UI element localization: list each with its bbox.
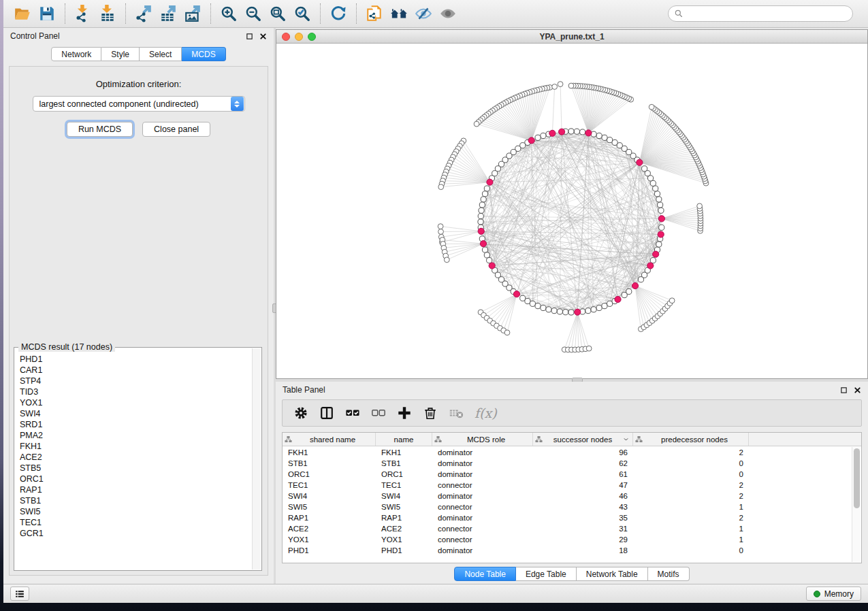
graph-node[interactable] (641, 166, 647, 171)
mcds-node[interactable] (480, 241, 486, 247)
graph-leaf-node[interactable] (474, 121, 479, 127)
graph-node[interactable] (568, 310, 574, 315)
graph-leaf-node[interactable] (438, 229, 444, 235)
graph-leaf-node[interactable] (669, 298, 675, 303)
graph-node[interactable] (478, 219, 483, 225)
graph-leaf-node[interactable] (438, 184, 444, 190)
mcds-node[interactable] (513, 291, 519, 297)
export-table-button[interactable] (156, 2, 180, 25)
mcds-result-item[interactable]: TEC1 (20, 517, 252, 528)
table-row[interactable]: TEC1TEC1connector472 (283, 480, 852, 491)
hide-selected-button[interactable] (411, 2, 436, 25)
graph-node[interactable] (541, 133, 546, 138)
mcds-result-item[interactable]: CAR1 (20, 365, 252, 376)
zoom-in-button[interactable] (216, 2, 241, 25)
float-panel-icon[interactable] (246, 33, 253, 40)
mcds-result-item[interactable]: SRD1 (20, 419, 252, 430)
graph-node[interactable] (479, 208, 484, 213)
graph-node[interactable] (650, 180, 656, 186)
tab-edge-table[interactable]: Edge Table (516, 567, 577, 581)
mcds-node[interactable] (575, 309, 581, 315)
graph-leaf-node[interactable] (444, 257, 449, 263)
import-network-button[interactable] (71, 2, 95, 25)
mcds-result-item[interactable]: PMA2 (20, 430, 252, 441)
show-all-button[interactable] (436, 2, 460, 25)
graph-node[interactable] (626, 288, 632, 294)
tab-select[interactable]: Select (140, 47, 182, 61)
select-all-button[interactable] (341, 402, 364, 424)
mcds-result-item[interactable]: YOX1 (20, 397, 252, 408)
mcds-list-scrollbar[interactable] (252, 348, 261, 569)
mcds-node[interactable] (558, 129, 564, 135)
graph-leaf-node[interactable] (697, 203, 703, 209)
graph-node[interactable] (541, 305, 546, 310)
graph-node[interactable] (658, 202, 663, 208)
table-row[interactable]: ACE2ACE2connector311 (283, 523, 852, 534)
graph-node[interactable] (653, 186, 658, 191)
window-zoom-button[interactable] (308, 33, 316, 41)
table-row[interactable]: STB1STB1dominator620 (283, 458, 852, 469)
mcds-node[interactable] (549, 130, 556, 136)
mcds-node[interactable] (487, 179, 493, 185)
graph-node[interactable] (546, 307, 551, 312)
deselect-all-button[interactable] (367, 402, 390, 424)
graph-leaf-node[interactable] (504, 330, 510, 335)
graph-leaf-node[interactable] (568, 83, 574, 88)
graph-node[interactable] (487, 258, 492, 263)
table-scrollbar-thumb[interactable] (854, 448, 860, 508)
graph-node[interactable] (535, 135, 541, 140)
graph-node[interactable] (482, 247, 487, 252)
columns-button[interactable] (315, 402, 338, 424)
zoom-selected-button[interactable] (290, 2, 315, 25)
graph-node[interactable] (591, 307, 596, 312)
graph-node[interactable] (574, 129, 579, 134)
mcds-node[interactable] (658, 231, 664, 237)
search-input[interactable] (688, 9, 847, 18)
tab-node-table[interactable]: Node Table (454, 567, 516, 581)
window-close-button[interactable] (282, 33, 290, 41)
graph-node[interactable] (585, 308, 591, 314)
mcds-node[interactable] (528, 137, 534, 144)
tab-network[interactable]: Network (51, 47, 101, 61)
mcds-node[interactable] (647, 263, 654, 269)
table-row[interactable]: YOX1YOX1connector291 (283, 534, 852, 545)
mcds-result-item[interactable]: SWI5 (20, 506, 252, 517)
table-row[interactable]: ORC1ORC1dominator610 (283, 469, 852, 480)
mcds-node[interactable] (658, 216, 664, 222)
tab-mcds[interactable]: MCDS (182, 47, 225, 61)
duplicate-network-button[interactable] (362, 2, 387, 25)
float-table-panel-icon[interactable] (840, 386, 848, 394)
graph-node[interactable] (481, 197, 486, 202)
mcds-node[interactable] (637, 159, 643, 165)
mcds-node[interactable] (632, 282, 638, 288)
graph-node[interactable] (580, 129, 585, 135)
tab-style[interactable]: Style (101, 47, 140, 61)
graph-node[interactable] (658, 208, 664, 213)
column-header-name[interactable]: name (376, 433, 432, 446)
graph-node[interactable] (525, 298, 530, 303)
graph-leaf-node[interactable] (649, 104, 654, 110)
graph-node[interactable] (596, 305, 602, 310)
close-table-panel-icon[interactable] (854, 386, 861, 394)
export-network-button[interactable] (131, 2, 156, 25)
column-header-MCDS-role[interactable]: MCDS role (432, 433, 533, 446)
graph-node[interactable] (568, 129, 574, 134)
graph-node[interactable] (557, 309, 562, 314)
import-table-button[interactable] (95, 2, 120, 25)
mcds-result-item[interactable]: FKH1 (20, 441, 252, 452)
graph-node[interactable] (656, 197, 662, 202)
mcds-node[interactable] (653, 251, 659, 257)
mcds-node[interactable] (585, 130, 592, 136)
graph-node[interactable] (478, 214, 483, 219)
mcds-result-item[interactable]: STB1 (20, 495, 252, 506)
mcds-result-item[interactable]: ORC1 (20, 474, 252, 484)
task-history-button[interactable] (10, 587, 29, 601)
zoom-out-button[interactable] (241, 2, 266, 25)
column-header-shared-name[interactable]: shared name (283, 433, 376, 446)
table-row[interactable]: RAP1RAP1dominator352 (283, 512, 852, 523)
network-view-canvas[interactable] (276, 44, 867, 378)
graph-node[interactable] (479, 202, 485, 208)
graph-node[interactable] (656, 242, 662, 247)
mcds-node[interactable] (489, 263, 495, 269)
mcds-result-list[interactable]: PHD1CAR1STP4TID3YOX1SWI4SRD1PMA2FKH1ACE2… (15, 348, 252, 569)
